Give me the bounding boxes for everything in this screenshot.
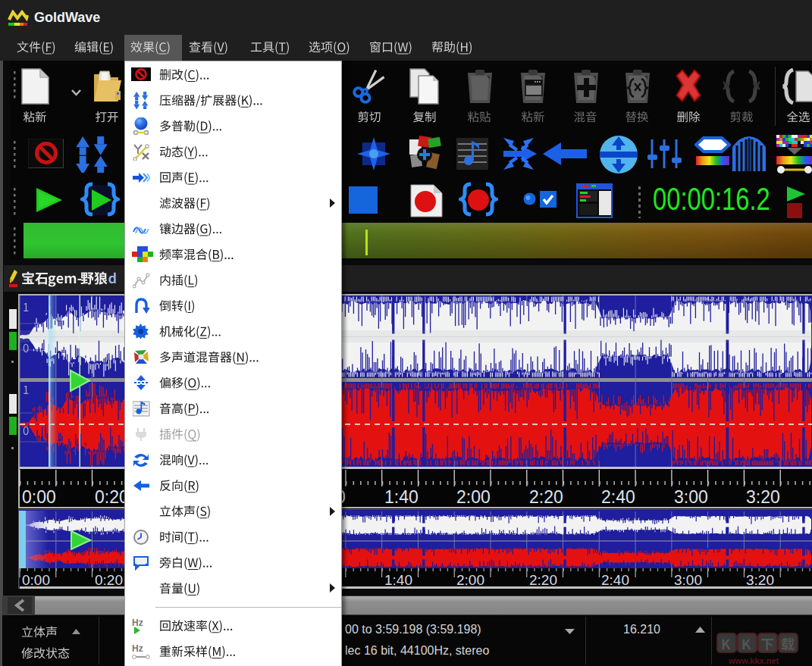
svg-text:Hz: Hz (132, 618, 143, 628)
svg-text:Hz: Hz (132, 643, 143, 654)
